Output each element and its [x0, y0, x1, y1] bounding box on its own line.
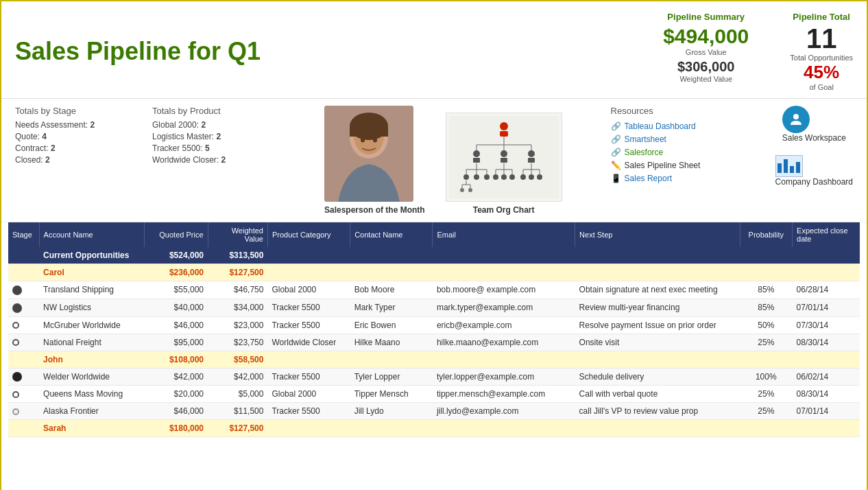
row-email: jill.lydo@example.com — [433, 403, 575, 420]
row-prob: 50% — [740, 316, 793, 334]
pipeline-total-label: Pipeline Total — [790, 12, 853, 22]
row-quoted: $55,000 — [144, 281, 208, 299]
svg-point-36 — [509, 174, 515, 180]
th-product: Product Category — [267, 222, 350, 247]
totals-by-product: Totals by Product Global 2000: 2 Logisti… — [152, 106, 276, 215]
table-row: Alaska Frontier $46,000 $11,500 Tracker … — [8, 403, 860, 420]
smartsheet-link[interactable]: Smartsheet — [625, 135, 666, 144]
row-stage-icon — [8, 403, 39, 420]
dashboard-bars — [777, 159, 800, 173]
chain-icon-tableau: 🔗 — [611, 121, 621, 131]
salesperson-image — [324, 106, 413, 202]
row-contact: Tyler Lopper — [350, 368, 433, 386]
resource-tableau[interactable]: 🔗 Tableau Dashboard — [611, 121, 762, 131]
main-container: Sales Pipeline for Q1 Pipeline Summary $… — [1, 1, 867, 490]
svg-point-28 — [484, 174, 490, 180]
org-chart-image — [446, 113, 562, 202]
svg-point-34 — [501, 174, 507, 180]
table-row: McGruber Worldwide $46,000 $23,000 Track… — [8, 316, 860, 334]
row-account: Transland Shipping — [39, 281, 144, 299]
carol-empty — [267, 264, 860, 281]
sub-header-john: John $108,000 $58,500 — [8, 351, 860, 368]
resource-smartsheet[interactable]: 🔗 Smartsheet — [611, 135, 762, 144]
john-quoted: $108,000 — [144, 351, 208, 368]
row-quoted: $46,000 — [144, 316, 208, 334]
stage-quote: Quote: 4 — [15, 132, 138, 141]
svg-point-6 — [373, 138, 377, 143]
svg-point-16 — [501, 150, 507, 157]
group-empty — [267, 247, 860, 264]
product-worldwide-closer: Worldwide Closer: 2 — [152, 155, 276, 165]
pipeline-sheet-link[interactable]: Sales Pipeline Sheet — [625, 161, 701, 170]
svg-rect-9 — [500, 131, 508, 137]
salesforce-link[interactable]: Salesforce — [625, 148, 664, 157]
middle-section: Totals by Stage Needs Assessment: 2 Quot… — [1, 99, 867, 222]
row-quoted: $42,000 — [144, 368, 208, 386]
svg-rect-4 — [350, 126, 388, 137]
row-nextstep: Review multi-year financing — [575, 299, 740, 316]
row-email: ericb@example.com — [433, 316, 575, 334]
resource-salesforce[interactable]: 🔗 Salesforce — [611, 148, 762, 157]
pipeline-goal-pct: 45% — [790, 62, 853, 83]
group-weighted: $313,500 — [208, 247, 267, 264]
pipeline-summary-label: Pipeline Summary — [663, 12, 749, 22]
row-weighted: $42,000 — [208, 368, 267, 386]
row-prob: 100% — [740, 368, 793, 386]
stage-closed: Closed: 2 — [15, 155, 138, 165]
bar-2 — [784, 159, 788, 173]
carol-weighted: $127,500 — [208, 264, 267, 281]
pipeline-weighted-value: $306,000 — [663, 59, 749, 75]
chain-icon-smartsheet: 🔗 — [611, 135, 621, 144]
pipeline-total-box: Pipeline Total 11 Total Opportunities 45… — [790, 12, 853, 91]
row-close: 07/01/14 — [793, 299, 860, 316]
sarah-empty — [267, 420, 860, 437]
table-section: Stage Account Name Quoted Price Weighted… — [1, 222, 867, 490]
totals-stage-header: Totals by Stage — [15, 106, 138, 116]
salesperson-photo-svg — [324, 106, 413, 202]
row-stage-icon — [8, 334, 39, 351]
th-stage: Stage — [8, 222, 39, 247]
svg-rect-14 — [473, 158, 480, 163]
chain-icon-salesforce: 🔗 — [611, 148, 621, 157]
row-product: Tracker 5500 — [267, 316, 350, 334]
table-row: NW Logistics $40,000 $34,000 Tracker 550… — [8, 299, 860, 316]
svg-point-40 — [520, 174, 526, 180]
pipeline-goal-label: of Goal — [790, 83, 853, 91]
resource-sales-report[interactable]: 📱 Sales Report — [611, 174, 762, 183]
sales-report-link[interactable]: Sales Report — [625, 174, 672, 183]
svg-point-50 — [468, 188, 472, 192]
workspace-icon[interactable] — [782, 106, 810, 133]
dashboard-icon[interactable] — [775, 155, 803, 177]
bar-4 — [796, 162, 800, 173]
row-product: Global 2000 — [267, 281, 350, 299]
resource-pipeline-sheet[interactable]: ✏️ Sales Pipeline Sheet — [611, 161, 762, 170]
row-quoted: $20,000 — [144, 386, 208, 403]
svg-point-26 — [474, 174, 479, 180]
pipeline-total-num: 11 — [790, 25, 853, 52]
workspace-person-icon — [788, 111, 804, 128]
row-nextstep: Obtain signature at next exec meeting — [575, 281, 740, 299]
pipeline-opps-label: Total Opportunities — [790, 54, 853, 62]
title-area: Sales Pipeline for Q1 — [15, 12, 649, 91]
svg-point-32 — [493, 174, 498, 180]
workspace-area: Sales Workspace Company Dashboard — [775, 106, 853, 215]
bar-3 — [790, 166, 794, 173]
row-contact: Tipper Mensch — [350, 386, 433, 403]
dashboard-label: Company Dashboard — [775, 177, 853, 187]
pipeline-gross-value: $494,000 — [663, 25, 749, 48]
row-account: NW Logistics — [39, 299, 144, 316]
company-dashboard-group: Company Dashboard — [775, 155, 853, 187]
stage-needs-assessment: Needs Assessment: 2 — [15, 120, 138, 130]
org-chart-box: Team Org Chart — [446, 113, 562, 215]
stage-contract: Contract: 2 — [15, 143, 138, 153]
gross-value-label: Gross Value — [663, 48, 749, 56]
row-stage-icon — [8, 368, 39, 386]
th-email: Email — [433, 222, 575, 247]
sub-header-sarah: Sarah $180,000 $127,500 — [8, 420, 860, 437]
group-stage — [8, 247, 39, 264]
pipeline-summary-box: Pipeline Summary $494,000 Gross Value $3… — [663, 12, 749, 91]
tableau-link[interactable]: Tableau Dashboard — [625, 121, 696, 131]
svg-point-48 — [460, 188, 464, 192]
sarah-stage — [8, 420, 39, 437]
row-email: bob.moore@ example.com — [433, 281, 575, 299]
